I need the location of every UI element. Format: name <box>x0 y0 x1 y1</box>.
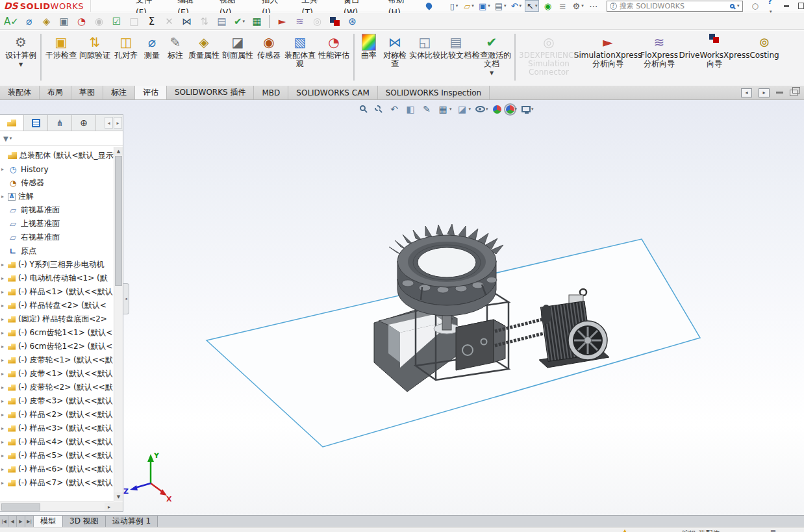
command-button[interactable]: ▤ 比较文档 ▼ <box>440 31 471 60</box>
heads-up-button[interactable] <box>521 106 534 112</box>
document-tab[interactable]: 3D 视图 <box>63 516 106 527</box>
toolbar-button[interactable]: ⋈ <box>178 14 195 29</box>
command-button[interactable]: ◉ 传感器 ▼ <box>255 31 283 60</box>
command-button[interactable]: ⋈ 对称检查 ▼ <box>381 31 409 68</box>
heads-up-button[interactable]: ◪ <box>457 103 471 115</box>
minimize-button[interactable] <box>784 5 789 7</box>
custom-toolbar-icon[interactable]: ▦ <box>770 529 776 532</box>
expander-icon[interactable] <box>1 275 8 281</box>
expander-icon[interactable] <box>1 357 8 363</box>
heads-up-button[interactable] <box>475 106 488 112</box>
heads-up-button[interactable]: ✎ <box>421 103 433 115</box>
toolbar-button[interactable]: ◉ <box>90 14 108 29</box>
scroll-right-icon[interactable]: ▸ <box>114 117 122 129</box>
quick-access-button[interactable]: ▤ <box>494 0 508 12</box>
document-tab[interactable]: 模型 <box>34 516 63 527</box>
tab-first-icon[interactable]: |◀ <box>0 516 8 527</box>
command-button[interactable]: ⌀ 测量 ▼ <box>140 31 164 60</box>
command-button[interactable]: ≋ FloXpress 分析向导 ▼ <box>636 31 682 68</box>
tree-item[interactable]: (-) 样品<7> (默认<<默认 <box>0 476 114 490</box>
quick-access-button[interactable]: ◉ <box>541 0 554 12</box>
tab-configurationmanager[interactable]: ⋔ <box>48 115 72 131</box>
tree-item[interactable]: 右视基准面 <box>0 231 114 244</box>
chevron-down-icon[interactable]: ▾ <box>10 136 12 141</box>
scroll-left-icon[interactable]: ◂ <box>105 117 113 129</box>
toolbar-button[interactable]: □ <box>125 14 143 29</box>
toolbar-button[interactable] <box>326 14 344 29</box>
heads-up-button[interactable] <box>373 105 384 113</box>
command-button[interactable]: DriveWorksXpress 向导 ▼ <box>682 31 747 68</box>
pin-icon[interactable] <box>425 1 434 10</box>
expander-icon[interactable] <box>1 425 8 431</box>
tree-item[interactable]: 传感器 <box>0 176 114 190</box>
tree-item[interactable]: (-) 皮带<3> (默认<<默认 <box>0 394 114 408</box>
search-icon[interactable] <box>730 4 735 8</box>
toolbar-button[interactable]: ≋ <box>291 14 308 29</box>
tab-featuremanager[interactable] <box>0 115 24 131</box>
command-button[interactable]: ▧ 装配体直观 ▼ <box>283 31 317 68</box>
tree-item[interactable]: (-) 样品<6> (默认<<默认 <box>0 462 114 476</box>
search-box[interactable]: ? 搜索 SOLIDWORKS ▾ <box>607 1 743 12</box>
command-button[interactable]: ▼ <box>353 34 355 81</box>
expander-icon[interactable] <box>1 289 8 295</box>
ribbon-tab[interactable]: 评估 <box>135 86 167 99</box>
document-tab[interactable]: 运动算例 1 <box>106 516 158 527</box>
scroll-down-icon[interactable]: ▼ <box>114 492 123 501</box>
tree-item[interactable]: (-) 皮带<1> (默认<<默认 <box>0 367 114 381</box>
ribbon-tab[interactable]: SOLIDWORKS Inspection <box>378 86 490 99</box>
tree-item[interactable]: 前视基准面 <box>0 203 114 217</box>
document-restore-icon[interactable] <box>790 90 798 96</box>
toolbar-button[interactable]: ◔ <box>73 14 90 29</box>
search-input[interactable]: 搜索 SOLIDWORKS <box>620 1 727 11</box>
command-button[interactable]: ▣ 干涉检查 ▼ <box>44 31 78 60</box>
expander-icon[interactable] <box>1 330 8 336</box>
graphics-area[interactable]: Y X Z ↶ ◧ <box>0 100 804 516</box>
tree-item[interactable]: (-) 样品<5> (默认<<默认 <box>0 449 114 462</box>
command-button[interactable]: ⇅ 间隙验证 ▼ <box>78 31 112 60</box>
toolbar-button[interactable]: ⌀ <box>20 14 38 29</box>
command-button[interactable]: ◎ 3DEXPERIENCE Simulation Connector ▼ <box>518 31 579 77</box>
tab-propertymanager[interactable] <box>24 115 48 131</box>
tree-item[interactable]: (-) 样品<4> (默认<<默认 <box>0 435 114 449</box>
tree-item[interactable]: 上视基准面 <box>0 217 114 231</box>
scroll-up-icon[interactable]: ▲ <box>114 147 123 155</box>
heads-up-button[interactable]: ▦ <box>437 103 452 115</box>
quick-access-button[interactable]: ▱ <box>462 0 475 12</box>
toolbar-button[interactable]: ◈ <box>38 14 55 29</box>
toolbar-button[interactable]: ✕ <box>160 14 178 29</box>
toolbar-button[interactable]: ☑ <box>108 14 125 29</box>
heads-up-button[interactable] <box>493 105 501 114</box>
heads-up-button[interactable] <box>358 105 369 113</box>
quick-access-button[interactable]: ⋯ <box>587 0 600 12</box>
document-minimize-icon[interactable] <box>776 92 783 94</box>
quick-access-button[interactable]: ↖ <box>525 0 539 12</box>
tab-next-icon[interactable]: ▶ <box>17 516 25 527</box>
command-button[interactable]: ◫ 孔对齐 ▼ <box>112 31 140 60</box>
quick-access-button[interactable]: ▣ <box>477 0 492 12</box>
expander-icon[interactable] <box>1 385 8 390</box>
expander-icon[interactable] <box>1 398 8 404</box>
tree-vertical-scrollbar[interactable]: ▲ ▼ <box>114 147 123 501</box>
command-button[interactable]: ⊚ Costing ▼ <box>747 31 782 60</box>
tree-item[interactable]: (-) 样品<2> (默认<<默认 <box>0 408 114 422</box>
tree-item[interactable]: 注解 <box>0 190 114 203</box>
quick-access-button[interactable]: ≡ <box>556 0 569 12</box>
maximize-button[interactable] <box>798 3 804 9</box>
tree-item[interactable]: (-) 电动机传动轴<1> (默 <box>0 272 114 285</box>
command-button[interactable]: ◱ 实体比较 ▼ <box>409 31 440 60</box>
tree-item[interactable]: (-) 样品转盘<2> (默认< <box>0 299 114 312</box>
command-button[interactable]: ▼ <box>40 34 42 81</box>
scrollbar-thumb[interactable] <box>115 156 122 286</box>
ribbon-tab[interactable]: SOLIDWORKS 插件 <box>167 86 254 99</box>
expander-icon[interactable] <box>1 439 8 445</box>
panel-splitter-handle[interactable]: ◂ <box>123 283 129 314</box>
command-button[interactable]: ◈ 质量属性 ▼ <box>187 31 221 60</box>
tree-root[interactable]: 总装配体 (默认<默认_显示状 <box>0 149 114 162</box>
toolbar-button[interactable]: ⊛ <box>344 14 361 29</box>
tree-filter-bar[interactable]: ▼ ▾ <box>0 131 123 146</box>
toolbar-button[interactable]: ◎ <box>308 14 326 29</box>
command-button[interactable]: 曲率 ▼ <box>357 31 381 60</box>
toolbar-button[interactable]: ► <box>273 14 291 29</box>
collapse-right-pane-icon[interactable]: ▸ <box>759 88 770 97</box>
toolbar-button[interactable]: ▣ <box>55 14 73 29</box>
